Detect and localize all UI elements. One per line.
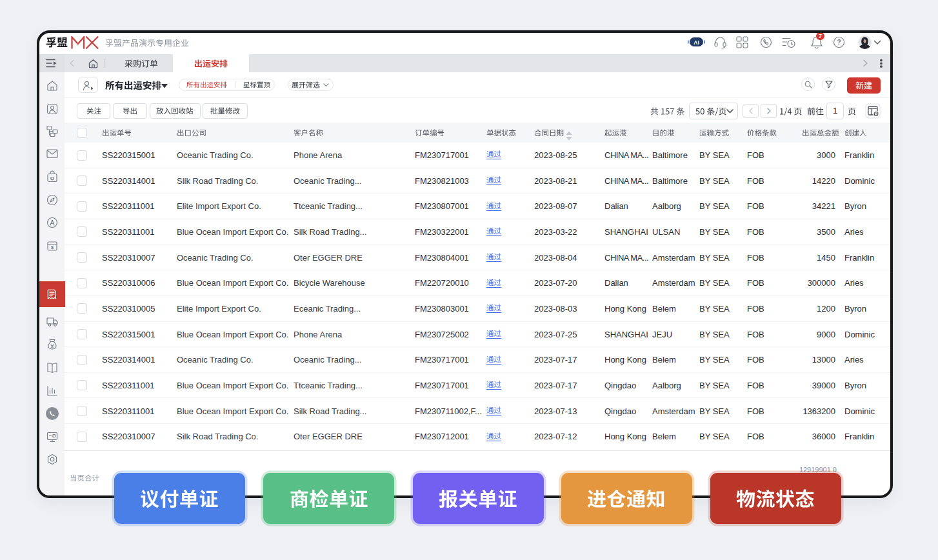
svg-text:$: $ [50,245,54,250]
svg-text:?: ? [837,38,841,46]
svg-text:AI: AI [694,39,699,46]
